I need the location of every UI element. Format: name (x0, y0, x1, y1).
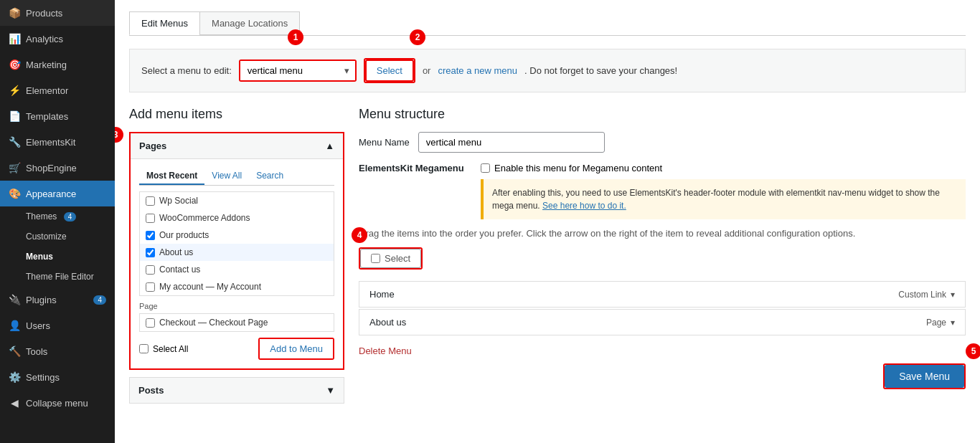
menu-name-row: Menu Name (359, 132, 966, 153)
annotation-circle-4: 4 (352, 227, 367, 243)
label-contact-us: Contact us (159, 265, 200, 275)
megamenu-info-box: After enabling this, you need to use Ele… (481, 179, 966, 219)
checkbox-my-account[interactable] (146, 282, 155, 292)
tab-most-recent[interactable]: Most Recent (139, 168, 204, 185)
megamenu-label: ElementsKit Megamenu (359, 163, 473, 173)
save-menu-button[interactable]: Save Menu (885, 365, 964, 388)
main-content: Edit Menus Manage Locations 1 2 Select a… (115, 0, 980, 443)
megamenu-right: Enable this menu for Megamenu content Af… (481, 163, 966, 219)
menu-item-aboutus-label: About us (369, 317, 406, 328)
menus-label: Menus (26, 252, 53, 262)
sidebar-item-elementskit[interactable]: 🔧 ElementsKit (0, 129, 115, 155)
select-all-checkbox[interactable] (139, 344, 149, 353)
sidebar-label-collapse: Collapse menu (26, 398, 88, 409)
create-new-menu-link[interactable]: create a new menu (438, 65, 517, 76)
checkbox-contact-us[interactable] (146, 265, 155, 275)
add-to-menu-button[interactable]: Add to Menu (260, 339, 333, 358)
elementskit-icon: 🔧 (9, 136, 20, 148)
list-item: Wp Social (140, 192, 334, 209)
sidebar-item-appearance[interactable]: 🎨 Appearance (0, 181, 115, 206)
sidebar-label-tools: Tools (26, 346, 47, 357)
save-notice-text: . Do not forget to save your changes! (524, 65, 677, 76)
pages-collapse-icon: ▲ (325, 140, 334, 151)
sidebar-item-products[interactable]: 📦 Products (0, 0, 115, 26)
checkbox-wp-social[interactable] (146, 196, 155, 206)
tab-edit-menus[interactable]: Edit Menus (129, 11, 200, 35)
right-column: Menu structure Menu Name ElementsKit Meg… (359, 107, 966, 389)
sidebar-item-collapse[interactable]: ◀ Collapse menu (0, 390, 115, 416)
sidebar-label-users: Users (26, 320, 50, 331)
sidebar-label-settings: Settings (26, 372, 60, 383)
select-menu-label: Select a menu to edit: (141, 65, 232, 76)
megamenu-row: ElementsKit Megamenu Enable this menu fo… (359, 163, 966, 219)
megamenu-checkbox-label: Enable this menu for Megamenu content (494, 163, 662, 173)
sidebar-sub-item-customize[interactable]: Customize (0, 227, 115, 247)
annotation-circle-2: 2 (410, 29, 425, 45)
annotation-circle-5: 5 (966, 343, 980, 359)
menu-name-input[interactable] (418, 132, 605, 153)
select-menu-structure-button[interactable]: Select (360, 249, 421, 268)
menu-items-list: Home Custom Link ▾ About us Page ▾ (359, 281, 966, 335)
sidebar-item-users[interactable]: 👤 Users (0, 313, 115, 338)
posts-expand-icon: ▼ (326, 385, 335, 396)
checkbox-about-us[interactable] (146, 248, 155, 257)
sidebar-label-elementskit: ElementsKit (26, 137, 75, 148)
select-menu-row: 1 2 Select a menu to edit: vertical menu… (129, 49, 966, 92)
select-all-menu-checkbox[interactable] (371, 254, 380, 263)
pages-accordion: Pages ▲ Most Recent View All (129, 132, 344, 370)
sidebar-item-marketing[interactable]: 🎯 Marketing (0, 52, 115, 77)
megamenu-checkbox[interactable] (481, 163, 490, 173)
sidebar: 📦 Products 📊 Analytics 🎯 Marketing ⚡ Ele… (0, 0, 115, 443)
tab-search[interactable]: Search (249, 168, 291, 185)
menu-item-row: Home Custom Link ▾ (359, 281, 966, 308)
sidebar-sub-item-theme-file-editor[interactable]: Theme File Editor (0, 267, 115, 287)
sidebar-label-analytics: Analytics (26, 34, 63, 44)
checkbox-checkout[interactable] (146, 318, 155, 328)
list-item: Contact us (140, 261, 334, 278)
list-item: Our products (140, 227, 334, 244)
products-icon: 📦 (9, 7, 20, 19)
megamenu-info-link[interactable]: See here how to do it. (542, 201, 626, 211)
checkbox-woocommerce-addons[interactable] (146, 214, 155, 223)
sidebar-item-tools[interactable]: 🔨 Tools (0, 338, 115, 364)
sidebar-item-plugins[interactable]: 🔌 Plugins 4 (0, 287, 115, 313)
or-text: or (423, 65, 431, 76)
sidebar-label-marketing: Marketing (26, 59, 67, 70)
sidebar-sub-item-menus[interactable]: Menus (0, 247, 115, 267)
tab-manage-locations[interactable]: Manage Locations (199, 11, 300, 35)
select-button[interactable]: Select (365, 59, 414, 82)
chevron-down-icon: ▾ (951, 318, 955, 328)
label-wp-social: Wp Social (159, 196, 198, 206)
sidebar-item-analytics[interactable]: 📊 Analytics (0, 26, 115, 52)
sidebar-label-appearance: Appearance (26, 189, 76, 199)
menu-select-dropdown[interactable]: vertical menu (240, 61, 355, 80)
label-our-products: Our products (159, 230, 209, 240)
tab-view-all[interactable]: View All (204, 168, 249, 185)
list-item: About us (140, 244, 334, 261)
checkbox-our-products[interactable] (146, 231, 155, 240)
posts-accordion-header[interactable]: Posts ▼ (130, 378, 344, 403)
sidebar-label-products: Products (26, 8, 62, 19)
sidebar-item-templates[interactable]: 📄 Templates (0, 103, 115, 129)
select-btn-bordered: Select (359, 247, 423, 270)
appearance-icon: 🎨 (9, 188, 20, 199)
pages-header-label: Pages (139, 140, 166, 151)
settings-icon: ⚙️ (9, 371, 20, 383)
list-item: WooCommerce Addons (140, 209, 334, 227)
sidebar-item-shopengine[interactable]: 🛒 ShopEngine (0, 155, 115, 181)
select-button-wrapper: Select (364, 58, 415, 83)
menu-select-wrapper: vertical menu ▾ (239, 59, 357, 82)
two-column-layout: Add menu items 3 Pages ▲ Most (129, 107, 966, 404)
sidebar-sub-item-themes[interactable]: Themes 4 (0, 206, 115, 227)
delete-menu-link[interactable]: Delete Menu (359, 346, 412, 356)
sidebar-item-settings[interactable]: ⚙️ Settings (0, 364, 115, 390)
plugins-icon: 🔌 (9, 294, 20, 305)
pages-checkbox-list: Wp Social WooCommerce Addons Our product… (139, 191, 334, 296)
main-tabs: Edit Menus Manage Locations (129, 11, 966, 36)
drag-instructions: Drag the items into the order you prefer… (359, 228, 966, 239)
pages-accordion-header[interactable]: Pages ▲ (131, 133, 343, 159)
sidebar-label-shopengine: ShopEngine (26, 163, 77, 173)
posts-accordion: Posts ▼ (129, 377, 344, 404)
sidebar-item-elementor[interactable]: ⚡ Elementor (0, 77, 115, 103)
sidebar-label-plugins: Plugins (26, 295, 57, 305)
